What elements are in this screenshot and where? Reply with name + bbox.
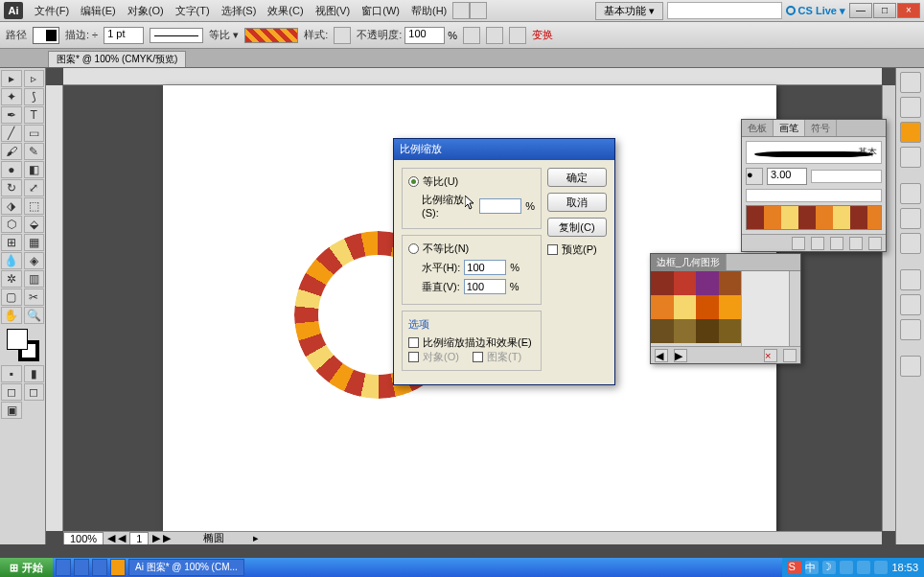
horizontal-input[interactable] (464, 260, 506, 275)
swatch-12[interactable] (719, 319, 742, 343)
menu-window[interactable]: 窗口(W) (356, 2, 405, 20)
dock-icon-3[interactable] (900, 122, 921, 143)
menu-select[interactable]: 选择(S) (216, 2, 263, 20)
mesh-tool[interactable]: ⊞ (1, 234, 22, 251)
blend-tool[interactable]: ◈ (24, 252, 45, 269)
rotate-tool[interactable]: ↻ (1, 179, 22, 196)
transform-icon[interactable] (509, 27, 526, 44)
dock-icon-6[interactable] (900, 208, 921, 229)
clock[interactable]: 18:53 (891, 562, 918, 573)
dock-icon-2[interactable] (900, 97, 921, 118)
brush-preview[interactable] (244, 28, 298, 43)
type-tool[interactable]: T (24, 106, 45, 124)
transform-link[interactable]: 变换 (532, 28, 553, 42)
uniform-radio[interactable] (408, 176, 419, 187)
swatches-tab[interactable]: 色板 (742, 120, 774, 136)
stroke-style-dropdown[interactable] (150, 28, 203, 43)
menu-effect[interactable]: 效果(C) (262, 2, 309, 20)
recolor-icon[interactable] (463, 27, 480, 44)
swatch-11[interactable] (696, 319, 719, 343)
tray-icon-5[interactable] (857, 561, 870, 574)
symbol-sprayer-tool[interactable]: ✲ (1, 270, 22, 288)
fill-stroke-control[interactable] (7, 329, 39, 361)
color-mode[interactable]: ▪ (1, 365, 22, 382)
menu-type[interactable]: 文字(T) (170, 2, 216, 20)
menu-view[interactable]: 视图(V) (310, 2, 357, 20)
quicklaunch-3[interactable] (92, 559, 107, 576)
free-transform-tool[interactable]: ⬚ (24, 197, 45, 215)
slice-tool[interactable]: ✂ (24, 288, 45, 306)
dock-icon-5[interactable] (900, 183, 921, 204)
minimize-button[interactable]: — (849, 3, 872, 18)
brush-weight[interactable]: 3.00 (767, 168, 807, 185)
maximize-button[interactable]: □ (873, 3, 896, 18)
brushes-tab[interactable]: 画笔 (774, 120, 805, 136)
close-button[interactable]: × (897, 3, 920, 18)
gradient-mode[interactable]: ▮ (24, 365, 45, 382)
copy-button[interactable]: 复制(C) (547, 218, 607, 237)
style-dropdown[interactable] (334, 27, 351, 44)
swatch-5[interactable] (651, 295, 674, 319)
geometric-tab[interactable]: 边框_几何图形 (651, 254, 727, 270)
scale-strokes-checkbox[interactable] (408, 337, 419, 348)
perspective-tool[interactable]: ⬙ (24, 216, 45, 233)
opacity-input[interactable]: 100 (404, 27, 445, 44)
dock-icon-1[interactable] (900, 72, 921, 93)
swatch-6[interactable] (674, 295, 697, 319)
menu-file[interactable]: 文件(F) (29, 2, 75, 20)
cslive-button[interactable]: CS Live ▾ (786, 5, 845, 17)
scale-tool[interactable]: ⤢ (24, 179, 45, 196)
new-brush-icon[interactable] (849, 237, 863, 250)
swatch-10[interactable] (674, 319, 697, 343)
blob-brush-tool[interactable]: ● (1, 161, 22, 178)
geom-close-icon[interactable]: × (764, 349, 777, 362)
swatch-8[interactable] (719, 295, 742, 319)
dialog-title[interactable]: 比例缩放 (394, 139, 614, 160)
brush-thumb[interactable]: ● (746, 168, 763, 185)
hand-tool[interactable]: ✋ (1, 307, 22, 324)
scale-input[interactable] (479, 198, 521, 214)
fill-stroke-swatch[interactable] (33, 27, 59, 44)
direct-selection-tool[interactable]: ▹ (24, 70, 45, 87)
quicklaunch-2[interactable] (74, 559, 89, 576)
align-icon[interactable] (486, 27, 503, 44)
ruler-horizontal[interactable] (63, 68, 882, 85)
bridge-icon[interactable] (452, 2, 470, 19)
remove-stroke-icon[interactable] (811, 237, 824, 250)
gradient-tool[interactable]: ▦ (24, 234, 45, 251)
swatch-3[interactable] (696, 271, 719, 295)
eyedropper-tool[interactable]: 💧 (1, 252, 22, 269)
dock-icon-7[interactable] (900, 233, 921, 254)
tray-icon-6[interactable] (874, 561, 888, 574)
libraries-icon[interactable] (792, 237, 805, 250)
zoom-tool[interactable]: 🔍 (24, 307, 45, 324)
brush-basic[interactable]: 基本 (746, 141, 882, 164)
start-button[interactable]: ⊞开始 (0, 558, 53, 577)
width-tool[interactable]: ⬗ (1, 197, 22, 215)
paintbrush-tool[interactable]: 🖌 (1, 143, 22, 160)
tray-icon-4[interactable] (840, 561, 853, 574)
swatch-7[interactable] (696, 295, 719, 319)
tray-icon-3[interactable]: ☽ (822, 561, 836, 574)
zoom-level[interactable]: 100% (63, 532, 104, 545)
menu-edit[interactable]: 编辑(E) (75, 2, 122, 20)
swatch-9[interactable] (651, 319, 674, 343)
ruler-vertical[interactable] (46, 85, 63, 531)
taskbar-item[interactable]: Ai 图案* @ 100% (CM... (128, 559, 244, 576)
vertical-input[interactable] (464, 279, 506, 294)
swatch-1[interactable] (651, 271, 674, 295)
dock-icon-11[interactable] (900, 356, 921, 377)
dock-icon-8[interactable] (900, 269, 921, 290)
rectangle-tool[interactable]: ▭ (24, 125, 45, 142)
arrange-icon[interactable] (470, 2, 487, 19)
pen-tool[interactable]: ✒ (1, 106, 22, 124)
selection-tool[interactable]: ▸ (1, 70, 22, 87)
screen-mode[interactable]: ▣ (1, 402, 22, 419)
document-tab[interactable]: 图案* @ 100% (CMYK/预览) (48, 51, 186, 67)
quicklaunch-ai[interactable] (110, 559, 126, 576)
geom-prev-icon[interactable]: ◀ (655, 349, 668, 362)
quicklaunch-1[interactable] (56, 559, 71, 576)
lasso-tool[interactable]: ⟆ (24, 88, 45, 105)
ok-button[interactable]: 确定 (547, 168, 607, 187)
workspace-switcher[interactable]: 基本功能 ▾ (595, 2, 663, 20)
